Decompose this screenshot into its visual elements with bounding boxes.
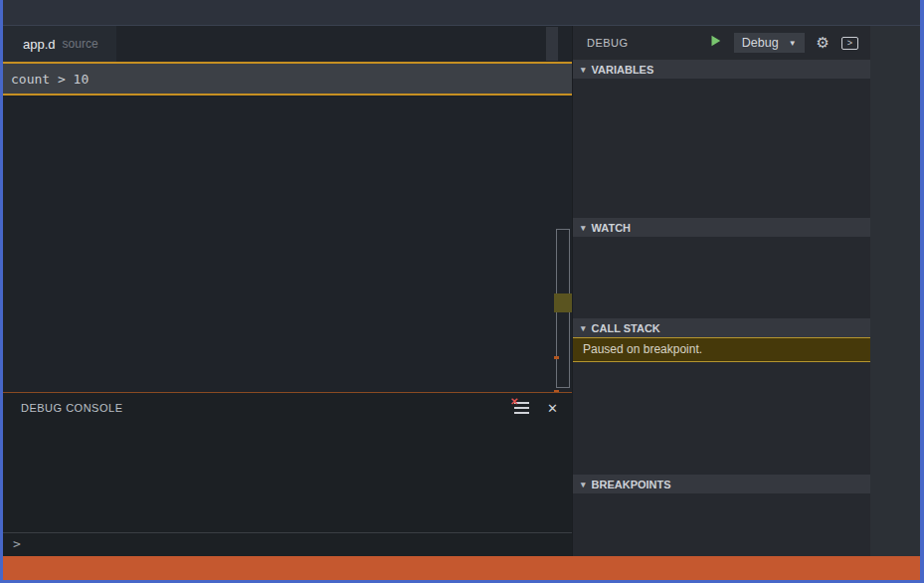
overview-current-line-mark bbox=[554, 293, 572, 312]
debug-config-select[interactable]: Debug▼ bbox=[734, 33, 805, 53]
chevron-down-icon: ▼ bbox=[789, 39, 797, 48]
menu-bar bbox=[3, 0, 920, 26]
close-icon[interactable]: ✕ bbox=[547, 401, 558, 416]
gear-icon[interactable]: ⚙ bbox=[817, 34, 830, 52]
debug-sidebar: DEBUG Debug▼ ⚙ > ▾VARIABLES ▾WATCH ▾CALL… bbox=[572, 26, 870, 556]
callstack-list bbox=[573, 362, 870, 475]
watch-list bbox=[573, 237, 870, 318]
variables-list bbox=[573, 79, 870, 218]
status-bar bbox=[3, 556, 920, 580]
activity-bar bbox=[870, 26, 920, 556]
debug-panel-title: DEBUG bbox=[587, 37, 696, 49]
console-output bbox=[3, 423, 572, 425]
debug-console-title: DEBUG CONSOLE bbox=[21, 402, 514, 414]
callstack-section-header[interactable]: ▾CALL STACK bbox=[573, 318, 870, 337]
clear-console-icon[interactable]: ✕ bbox=[514, 402, 529, 414]
breakpoints-list bbox=[573, 493, 870, 556]
breakpoints-section-header[interactable]: ▾BREAKPOINTS bbox=[573, 475, 870, 493]
paused-banner: Paused on breakpoint. bbox=[573, 337, 870, 362]
debug-panel-header: DEBUG Debug▼ ⚙ > bbox=[573, 26, 870, 60]
chevron-expanded-icon: ▾ bbox=[581, 323, 586, 333]
tab-bar: app.d source bbox=[3, 26, 572, 62]
vscode-window: app.d source count > 10 DEBUG CONSOLE bbox=[0, 0, 924, 583]
tab-hint: source bbox=[63, 37, 98, 51]
chevron-expanded-icon: ▾ bbox=[581, 65, 586, 75]
console-input[interactable]: > bbox=[3, 532, 572, 556]
chevron-expanded-icon: ▾ bbox=[581, 480, 586, 489]
tab-appd[interactable]: app.d source bbox=[3, 26, 116, 62]
debug-console-panel: DEBUG CONSOLE ✕ ✕ > bbox=[3, 392, 572, 556]
editor-scrollbar[interactable] bbox=[554, 62, 572, 392]
code-editor[interactable]: count > 10 bbox=[3, 62, 572, 392]
breakpoint-condition-input[interactable]: count > 10 bbox=[3, 72, 572, 87]
overview-mark bbox=[554, 356, 559, 359]
breakpoint-condition-widget: count > 10 bbox=[3, 62, 572, 96]
variables-section-header[interactable]: ▾VARIABLES bbox=[573, 60, 870, 79]
watch-section-header[interactable]: ▾WATCH bbox=[573, 218, 870, 237]
debug-toolbar bbox=[546, 27, 558, 61]
tab-file-name: app.d bbox=[23, 37, 56, 52]
chevron-expanded-icon: ▾ bbox=[581, 223, 586, 233]
open-console-icon[interactable]: > bbox=[841, 37, 858, 50]
start-debug-icon[interactable] bbox=[708, 34, 722, 52]
